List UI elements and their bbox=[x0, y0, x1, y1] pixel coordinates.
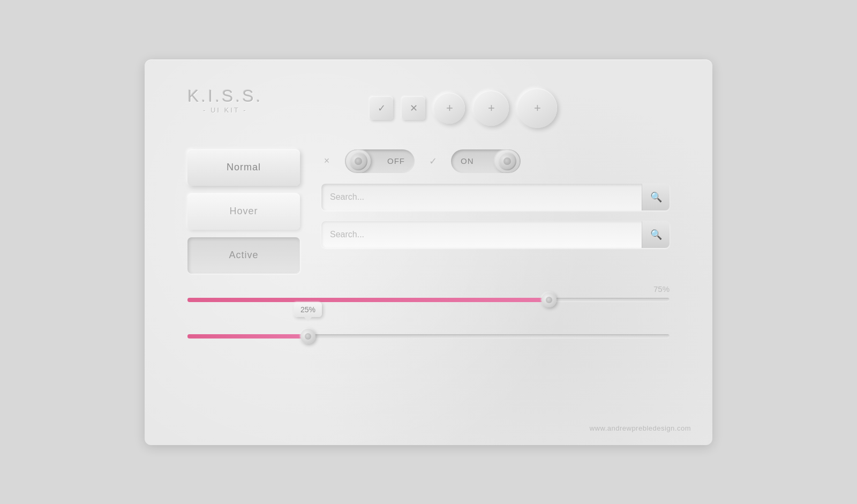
sliders-section: 75% 25% bbox=[187, 284, 670, 338]
normal-label: Normal bbox=[227, 162, 261, 172]
plus-icon-medium: + bbox=[488, 101, 495, 115]
round-plus-button-small[interactable]: + bbox=[434, 93, 465, 124]
slider-1-thumb[interactable] bbox=[542, 292, 557, 307]
hover-button[interactable]: Hover bbox=[187, 193, 300, 230]
toggle-off[interactable]: OFF bbox=[345, 149, 415, 173]
right-column: × OFF ✓ ON 🔍 bbox=[321, 149, 670, 248]
active-label: Active bbox=[229, 250, 258, 260]
off-symbol: × bbox=[321, 155, 332, 167]
active-button[interactable]: Active bbox=[187, 237, 300, 274]
on-symbol: ✓ bbox=[427, 155, 438, 167]
slider-2-thumb[interactable] bbox=[300, 329, 315, 344]
search-icon-1: 🔍 bbox=[650, 191, 662, 203]
header-row: K.I.S.S. - UI KIT - ✓ ✕ + + + bbox=[187, 86, 670, 128]
slider-1-percent: 75% bbox=[187, 284, 670, 294]
logo-area: K.I.S.S. - UI KIT - bbox=[187, 86, 262, 114]
x-button[interactable]: ✕ bbox=[402, 96, 425, 120]
logo-title: K.I.S.S. bbox=[187, 86, 262, 106]
slider-1-wrapper: 75% bbox=[187, 284, 670, 302]
slider-2-fill bbox=[187, 334, 308, 338]
search-icon-2: 🔍 bbox=[650, 229, 662, 240]
search-button-2[interactable]: 🔍 bbox=[642, 221, 670, 248]
search-active: 🔍 bbox=[321, 221, 670, 248]
search-inactive: 🔍 bbox=[321, 184, 670, 210]
check-icon: ✓ bbox=[378, 102, 386, 114]
plus-icon-large: + bbox=[534, 101, 541, 115]
main-content-row: Normal Hover Active × OFF ✓ bbox=[187, 149, 670, 274]
slider-tooltip: 25% bbox=[294, 302, 322, 317]
toggle-row: × OFF ✓ ON bbox=[321, 149, 670, 173]
toggle-on[interactable]: ON bbox=[451, 149, 521, 173]
search-button-1[interactable]: 🔍 bbox=[642, 184, 670, 210]
slider-1-track bbox=[187, 298, 670, 302]
plus-icon-small: + bbox=[446, 101, 453, 115]
search-input-2[interactable] bbox=[321, 221, 642, 248]
check-button[interactable]: ✓ bbox=[370, 96, 393, 120]
tooltip-text: 25% bbox=[300, 305, 315, 314]
search-input-1[interactable] bbox=[321, 184, 642, 210]
main-card: K.I.S.S. - UI KIT - ✓ ✕ + + + bbox=[145, 59, 712, 445]
toggle-knob-on bbox=[495, 150, 520, 172]
state-buttons-column: Normal Hover Active bbox=[187, 149, 300, 274]
x-icon: ✕ bbox=[410, 102, 418, 114]
slider-2-wrapper: 25% bbox=[187, 334, 670, 338]
round-plus-button-medium[interactable]: + bbox=[473, 91, 509, 126]
on-label: ON bbox=[461, 156, 474, 166]
slider-1-fill bbox=[187, 298, 549, 302]
logo-subtitle: - UI KIT - bbox=[203, 106, 247, 114]
header-controls: ✓ ✕ + + + bbox=[370, 88, 557, 128]
footer-url: www.andrewprebledesign.com bbox=[590, 424, 691, 432]
off-label: OFF bbox=[387, 156, 405, 166]
slider-2-track: 25% bbox=[187, 334, 670, 338]
hover-label: Hover bbox=[229, 206, 258, 216]
normal-button[interactable]: Normal bbox=[187, 149, 300, 186]
footer: www.andrewprebledesign.com bbox=[590, 424, 691, 432]
toggle-knob-off bbox=[346, 150, 371, 172]
round-plus-button-large[interactable]: + bbox=[517, 88, 557, 128]
